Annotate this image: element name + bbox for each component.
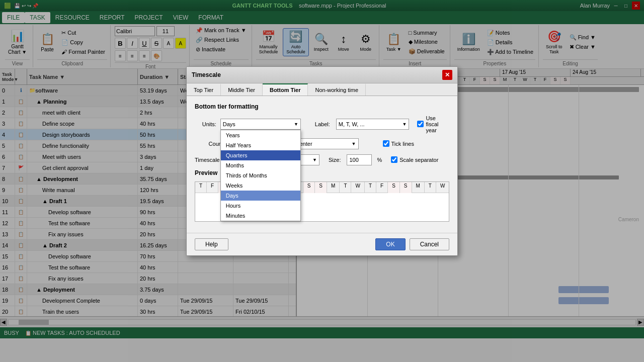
dialog-body: Bottom tier formatting Units: Days ▼ Yea… [187, 96, 457, 233]
dialog-tab-bottom-tier[interactable]: Bottom Tier [263, 83, 308, 96]
units-dropdown-list[interactable]: Years Half Years Quarters Months Thirds … [220, 130, 301, 221]
dropdown-item-weeks[interactable]: Weeks [221, 180, 300, 191]
dropdown-item-hours[interactable]: Hours [221, 201, 300, 211]
dropdown-item-halfyears[interactable]: Half Years [221, 140, 300, 150]
scale-separator-group: Scale separator [391, 156, 438, 163]
dialog-section-title: Bottom tier formatting [195, 103, 449, 110]
dialog-title-text: Timescale [192, 71, 221, 78]
dialog-close-btn[interactable]: ✕ [442, 70, 452, 80]
preview-day-T6: T [425, 182, 436, 193]
dropdown-item-minutes[interactable]: Minutes [221, 211, 300, 221]
preview-day-F3: F [376, 182, 388, 193]
units-dropdown-container: Days ▼ Years Half Years Quarters Months … [220, 119, 301, 130]
units-dropdown-arrow: ▼ [294, 122, 298, 127]
align-value: Center [296, 141, 352, 147]
label-label: Label: [315, 121, 330, 127]
tick-lines-label: Tick lines [391, 141, 414, 147]
timescale-show-arrow: ▼ [312, 157, 317, 162]
dialog-tabs: Top Tier Middle Tier Bottom Tier Non-wor… [187, 83, 457, 96]
preview-day-M3: M [412, 182, 425, 193]
fiscal-year-label: Use fiscal year [426, 115, 449, 133]
dialog-tab-middle-tier[interactable]: Middle Tier [221, 83, 263, 96]
cancel-btn[interactable]: Cancel [410, 238, 449, 250]
label-dropdown-arrow: ▼ [402, 122, 407, 127]
units-select[interactable]: Days ▼ [220, 119, 301, 130]
align-dropdown-arrow: ▼ [352, 141, 356, 146]
label-select[interactable]: M, T, W, ... ▼ [336, 119, 410, 130]
fiscal-year-checkbox[interactable] [417, 121, 424, 127]
preview-day-M2: M [327, 182, 340, 193]
percent-sign: % [377, 157, 382, 163]
units-label: Units: [195, 121, 216, 127]
dropdown-item-thirdsofmonths[interactable]: Thirds of Months [221, 170, 300, 180]
timescale-dialog: Timescale ✕ Top Tier Middle Tier Bottom … [186, 66, 458, 256]
preview-day-T: T [195, 182, 207, 193]
dropdown-item-quarters[interactable]: Quarters [221, 150, 300, 160]
preview-day-W3: W [436, 182, 449, 193]
dialog-title-bar: Timescale ✕ [187, 67, 457, 83]
size-label: Size: [329, 157, 341, 163]
dialog-action-buttons: OK Cancel [375, 238, 449, 250]
dialog-overlay: Timescale ✕ Top Tier Middle Tier Bottom … [0, 0, 644, 362]
preview-day-F: F [207, 182, 218, 193]
help-btn[interactable]: Help [195, 238, 228, 250]
dropdown-item-days[interactable]: Days [221, 191, 300, 201]
dropdown-item-years[interactable]: Years [221, 130, 300, 140]
preview-day-T4: T [340, 182, 351, 193]
dropdown-item-months[interactable]: Months [221, 160, 300, 170]
units-value: Days [223, 121, 294, 127]
fiscal-year-checkbox-group: Use fiscal year [417, 115, 449, 133]
preview-day-W2: W [351, 182, 364, 193]
dialog-tab-top-tier[interactable]: Top Tier [187, 83, 221, 96]
preview-day-S3: S [303, 182, 315, 193]
size-input[interactable] [347, 154, 372, 165]
scale-separator-label: Scale separator [399, 157, 438, 163]
preview-day-T5: T [365, 182, 376, 193]
tick-lines-checkbox-group: Tick lines [383, 140, 414, 147]
tick-lines-checkbox[interactable] [383, 140, 389, 147]
label-value: M, T, W, ... [339, 121, 403, 127]
ok-btn[interactable]: OK [375, 238, 405, 250]
preview-day-S5: S [388, 182, 400, 193]
scale-separator-checkbox[interactable] [391, 156, 397, 163]
dialog-tab-non-working[interactable]: Non-working time [308, 83, 366, 96]
preview-day-S6: S [400, 182, 412, 193]
preview-day-S4: S [315, 182, 327, 193]
dialog-footer: Help OK Cancel [187, 233, 457, 255]
align-select[interactable]: Center ▼ [293, 138, 359, 149]
units-row: Units: Days ▼ Years Half Years Quarters … [195, 115, 449, 133]
